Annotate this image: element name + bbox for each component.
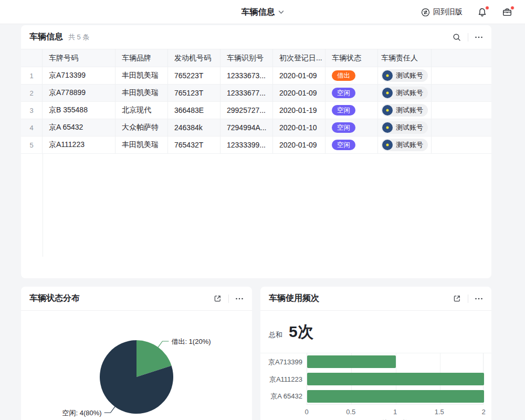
pie-leader-line (158, 341, 169, 347)
column-header[interactable]: 发动机号码 (168, 49, 220, 67)
cell-empty (432, 85, 491, 101)
total-value: 5次 (289, 321, 314, 343)
vehicle-table-card: 车辆信息 共 5 条 车牌号码车辆品牌发动机号码车辆识别号初次登记日...车辆状… (21, 25, 491, 278)
status-badge: 空闲 (332, 105, 355, 116)
table-row[interactable]: 1京A713399丰田凯美瑞765223T12333673...2020-01-… (21, 67, 491, 85)
owner-chip: 测试账号 (381, 87, 428, 99)
page: 车辆信息 回到旧版 (0, 0, 525, 420)
cell-brand: 丰田凯美瑞 (116, 85, 168, 101)
topbar-actions: 回到旧版 (421, 0, 512, 24)
bar-category-label: 京A713399 (260, 353, 302, 371)
search-button[interactable] (452, 33, 461, 42)
table-card-actions (452, 33, 483, 42)
column-header-index (21, 49, 43, 67)
divider (468, 295, 468, 303)
pie-card-title: 车辆状态分布 (29, 293, 80, 304)
column-header[interactable]: 车辆品牌 (116, 49, 168, 67)
bar-京A 65432 (307, 390, 484, 403)
cell-owner: 测试账号 (378, 136, 432, 153)
table-row[interactable]: 4京A 65432大众帕萨特246384k7294994A...2020-01-… (21, 119, 491, 136)
cell-plate: 京A713399 (43, 67, 116, 84)
column-header[interactable]: 初次登记日... (273, 49, 326, 67)
owner-chip: 测试账号 (381, 104, 428, 117)
cell-brand: 大众帕萨特 (116, 119, 168, 136)
back-to-old-version-button[interactable]: 回到旧版 (421, 7, 463, 17)
workbench-button[interactable] (502, 7, 512, 17)
cell-engine: 765432T (168, 136, 220, 153)
cell-vin: 12333677... (220, 85, 273, 101)
column-header[interactable]: 车牌号码 (43, 49, 116, 67)
app-title: 车辆信息 (242, 7, 275, 18)
notifications-button[interactable] (477, 7, 487, 17)
topbar: 车辆信息 回到旧版 (0, 0, 525, 24)
pie-leader-line (104, 407, 115, 413)
usage-bar-chart: 00.511.52京A713399京A111223京A 65432使用次数 (260, 353, 491, 420)
row-number: 1 (21, 67, 43, 84)
pie-label: 借出: 1(20%) (171, 338, 211, 345)
x-tick-label: 0 (304, 408, 308, 416)
notification-dot (485, 6, 489, 10)
cell-status: 空闲 (326, 102, 378, 119)
table-row[interactable]: 5京A111223丰田凯美瑞765432T12333399...2020-01-… (21, 136, 491, 154)
column-header[interactable]: 车辆状态 (326, 49, 378, 67)
pie-more-button[interactable] (235, 295, 244, 303)
bar-category-label: 京A111223 (260, 371, 302, 388)
owner-avatar (382, 70, 393, 81)
pie-label: 空闲: 4(80%) (62, 409, 101, 417)
cell-empty (432, 102, 491, 119)
open-in-new-icon[interactable] (213, 294, 222, 303)
cell-owner: 测试账号 (378, 85, 432, 101)
cell-status: 借出 (326, 67, 378, 84)
cell-owner: 测试账号 (378, 119, 432, 136)
cell-status: 空闲 (326, 136, 378, 153)
table-header-row: 车牌号码车辆品牌发动机号码车辆识别号初次登记日...车辆状态车辆责任人 (21, 49, 491, 67)
open-in-new-icon[interactable] (453, 294, 461, 303)
table-row[interactable]: 3京B 355488北京现代366483E29925727...2020-01-… (21, 102, 491, 119)
owner-avatar (382, 105, 393, 116)
bar-card-actions (453, 294, 483, 303)
bar-card-title: 车辆使用频次 (269, 293, 319, 304)
switch-version-icon (421, 8, 430, 17)
cell-vin: 29925727... (220, 102, 273, 119)
owner-name: 测试账号 (396, 88, 423, 98)
x-tick-label: 1 (393, 408, 397, 416)
cell-empty (432, 136, 491, 153)
cell-empty (432, 67, 491, 84)
cell-status: 空闲 (326, 119, 378, 136)
cell-engine: 246384k (168, 119, 220, 136)
cell-reg-date: 2020-01-10 (273, 119, 326, 136)
x-tick-label: 1.5 (435, 408, 444, 416)
app-title-dropdown[interactable]: 车辆信息 (242, 0, 284, 24)
cell-owner: 测试账号 (378, 102, 432, 119)
x-tick-label: 0.5 (346, 408, 355, 416)
cell-engine: 366483E (168, 102, 220, 119)
more-actions-button[interactable] (475, 33, 483, 41)
row-number-column-line (43, 154, 43, 257)
cell-vin: 7294994A... (220, 119, 273, 136)
table-row[interactable]: 2京A778899丰田凯美瑞765123T12333677...2020-01-… (21, 85, 491, 102)
status-badge: 空闲 (332, 140, 355, 151)
owner-name: 测试账号 (396, 71, 423, 80)
cell-plate: 京A 65432 (43, 119, 116, 136)
column-header[interactable]: 车辆责任人 (378, 49, 432, 67)
back-to-old-label: 回到旧版 (433, 7, 463, 17)
owner-chip: 测试账号 (381, 139, 428, 151)
total-stat: 总和 5次 (260, 311, 491, 353)
cell-brand: 丰田凯美瑞 (116, 67, 168, 84)
bar-card-header: 车辆使用频次 (260, 287, 491, 311)
row-number: 3 (21, 102, 43, 119)
divider (468, 33, 468, 41)
cell-vin: 12333673... (220, 67, 273, 84)
row-number: 2 (21, 85, 43, 101)
owner-chip: 测试账号 (381, 121, 428, 134)
cell-status: 空闲 (326, 85, 378, 101)
bar-more-button[interactable] (475, 295, 483, 303)
cell-engine: 765223T (168, 67, 220, 84)
owner-name: 测试账号 (396, 106, 423, 115)
cell-brand: 丰田凯美瑞 (116, 136, 168, 153)
column-header[interactable]: 车辆识别号 (220, 49, 273, 67)
usage-frequency-card: 车辆使用频次 总和 5次 00.511.52京A713399京A111223京A… (260, 287, 491, 420)
bar-category-label: 京A 65432 (260, 387, 302, 405)
row-number: 4 (21, 119, 43, 136)
cell-plate: 京A111223 (43, 136, 116, 153)
